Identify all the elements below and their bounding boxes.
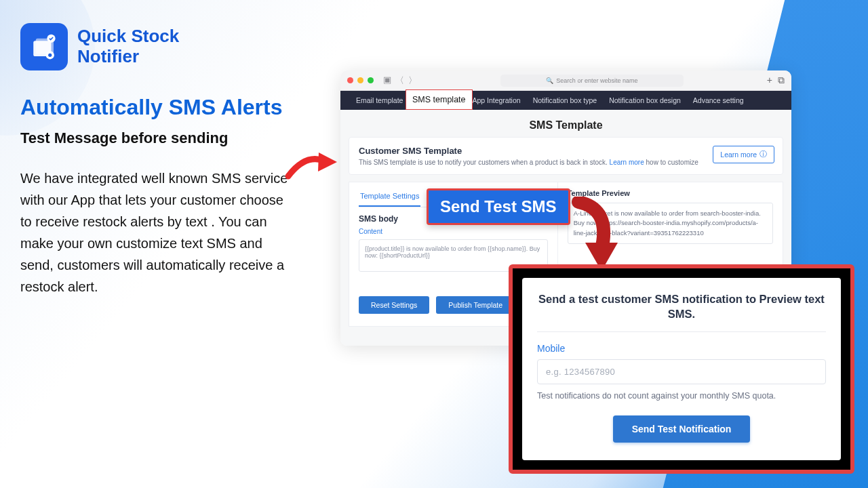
info-icon: ⓘ bbox=[760, 150, 767, 159]
description: We have integrated well known SMS servic… bbox=[20, 167, 298, 298]
app-logo-icon bbox=[20, 23, 68, 70]
sms-template-highlight: SMS template bbox=[406, 89, 473, 110]
window-traffic-lights bbox=[347, 77, 374, 83]
browser-toolbar: ▣ 〈 〉 🔍Search or enter website name + ⧉ bbox=[340, 70, 791, 91]
send-test-notification-button[interactable]: Send Test Notification bbox=[613, 415, 751, 443]
learn-more-button[interactable]: Learn more ⓘ bbox=[713, 146, 774, 163]
tab-notification-box-type[interactable]: Notification box type bbox=[527, 91, 604, 110]
new-tab-icon[interactable]: + bbox=[767, 75, 772, 86]
back-icon: 〈 bbox=[395, 75, 404, 87]
marketing-copy: Quick StockNotifier Automatically SMS Al… bbox=[20, 23, 319, 298]
search-icon: 🔍 bbox=[546, 77, 553, 84]
template-settings-tab[interactable]: Template Settings bbox=[359, 192, 420, 207]
svg-point-4 bbox=[48, 54, 52, 57]
publish-template-button[interactable]: Publish Template bbox=[436, 296, 515, 314]
intro-title: Customer SMS Template bbox=[359, 146, 773, 156]
forward-icon: 〉 bbox=[408, 75, 417, 87]
app-name: Quick StockNotifier bbox=[77, 26, 179, 67]
quota-note: Test notifications do not count against … bbox=[537, 391, 826, 401]
mobile-input[interactable] bbox=[537, 359, 826, 384]
page-title: SMS Template bbox=[349, 117, 783, 137]
learn-more-link[interactable]: Learn more bbox=[610, 159, 644, 166]
app-brand: Quick StockNotifier bbox=[20, 23, 319, 70]
content-label: Content bbox=[359, 228, 548, 235]
reset-settings-button[interactable]: Reset Settings bbox=[359, 296, 429, 314]
browser-nav-icons: ▣ 〈 〉 bbox=[383, 75, 417, 87]
tab-notification-box-design[interactable]: Notification box design bbox=[603, 91, 687, 110]
tab-advance-setting[interactable]: Advance setting bbox=[687, 91, 750, 110]
send-test-sms-badge: Send Test SMS bbox=[427, 188, 570, 225]
headline: Automatically SMS Alerts bbox=[20, 95, 319, 120]
sidebar-toggle-icon: ▣ bbox=[383, 75, 391, 87]
test-sms-modal: Send a test customer SMS notification to… bbox=[509, 264, 854, 474]
url-bar[interactable]: 🔍Search or enter website name bbox=[500, 75, 684, 87]
intro-card: Customer SMS Template This SMS template … bbox=[349, 137, 783, 175]
tabs-icon[interactable]: ⧉ bbox=[778, 75, 785, 86]
intro-desc: This SMS template is use to notify your … bbox=[359, 159, 773, 166]
modal-heading: Send a test customer SMS notification to… bbox=[537, 291, 826, 332]
tab-app-integration[interactable]: App Integration bbox=[466, 91, 526, 110]
arrow-right-icon bbox=[281, 146, 342, 186]
tab-email-template[interactable]: Email template bbox=[350, 91, 409, 110]
mobile-label: Mobile bbox=[537, 343, 826, 354]
subheadline: Test Message before sending bbox=[20, 129, 319, 147]
